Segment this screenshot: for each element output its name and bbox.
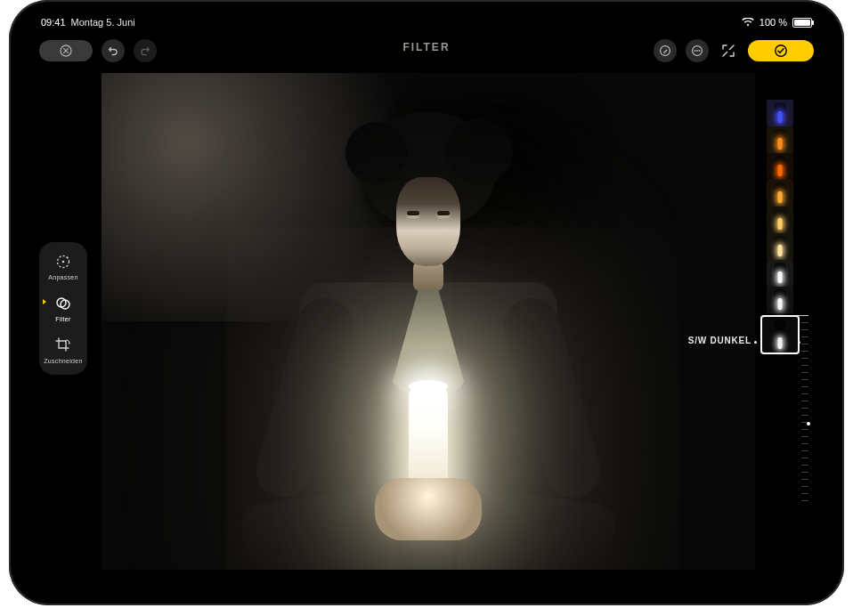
filter-thumb[interactable] — [767, 233, 793, 260]
scale-tick — [801, 458, 808, 458]
scale-tick — [796, 315, 808, 316]
scale-tick — [801, 415, 808, 416]
status-bar: 09:41 Montag 5. Juni 100 % — [28, 11, 825, 32]
scale-tick — [801, 358, 808, 359]
scale-tick — [801, 436, 808, 437]
crop-icon — [54, 336, 72, 354]
battery-percent: 100 % — [760, 17, 787, 28]
wifi-icon — [742, 18, 754, 27]
scale-tick — [801, 486, 808, 487]
scale-tick — [801, 336, 808, 337]
status-date: Montag 5. Juni — [71, 17, 135, 28]
filter-thumb[interactable] — [767, 260, 793, 287]
scale-tick — [801, 493, 808, 494]
filter-thumb[interactable] — [767, 207, 793, 233]
filter-thumb[interactable] — [767, 126, 793, 153]
adjust-icon — [54, 253, 72, 271]
scale-tick — [801, 408, 808, 409]
scale-tick — [801, 465, 808, 466]
scale-tick — [801, 322, 808, 323]
filter-thumb[interactable] — [767, 100, 793, 126]
sidebar-item-label: Filter — [55, 316, 70, 322]
markup-button[interactable] — [654, 39, 677, 62]
svg-point-4 — [696, 50, 698, 52]
photo-content — [102, 73, 755, 570]
svg-point-9 — [67, 256, 69, 258]
scale-tick — [801, 379, 808, 380]
filter-icon — [54, 295, 72, 312]
selection-marker-icon — [43, 299, 46, 304]
sidebar-item-filter[interactable]: Filter — [39, 295, 87, 322]
photo-canvas[interactable] — [102, 73, 755, 570]
selected-filter-label: S/W DUNKEL — [688, 336, 751, 345]
filter-thumb[interactable] — [767, 180, 793, 207]
scale-tick — [801, 500, 808, 501]
filter-thumb[interactable] — [767, 287, 793, 313]
sidebar-item-label: Anpassen — [48, 274, 78, 280]
svg-point-3 — [695, 50, 696, 52]
filter-intensity-slider[interactable] — [791, 315, 808, 520]
intensity-value-dot-icon — [807, 422, 810, 426]
screen: 09:41 Montag 5. Juni 100 % — [28, 11, 825, 595]
more-button[interactable] — [686, 39, 709, 62]
edit-mode-sidebar: Anpassen Filter Zuschneiden — [39, 242, 87, 375]
top-toolbar: FILTER — [28, 36, 825, 66]
svg-point-5 — [699, 50, 701, 52]
filter-thumb[interactable] — [767, 153, 793, 180]
scale-tick — [801, 401, 808, 401]
filter-dot-icon — [754, 341, 757, 344]
svg-point-8 — [62, 261, 65, 263]
done-button[interactable] — [748, 40, 814, 61]
scale-tick — [801, 372, 808, 373]
scale-tick — [801, 351, 808, 352]
scale-tick — [801, 393, 808, 394]
scale-tick — [801, 386, 808, 387]
sidebar-item-adjust[interactable]: Anpassen — [39, 253, 87, 280]
status-time: 09:41 — [41, 17, 66, 28]
battery-icon — [792, 18, 812, 28]
sidebar-item-crop[interactable]: Zuschneiden — [39, 336, 87, 364]
scale-tick — [801, 429, 808, 430]
scale-tick — [801, 479, 808, 480]
fullscreen-button[interactable] — [718, 40, 739, 61]
scale-tick — [801, 450, 808, 451]
scale-tick — [801, 365, 808, 366]
sidebar-item-label: Zuschneiden — [44, 358, 82, 364]
scale-tick — [801, 443, 808, 444]
svg-point-1 — [661, 46, 670, 56]
scale-tick — [801, 344, 808, 344]
scale-tick — [801, 472, 808, 473]
scale-tick — [801, 329, 808, 330]
